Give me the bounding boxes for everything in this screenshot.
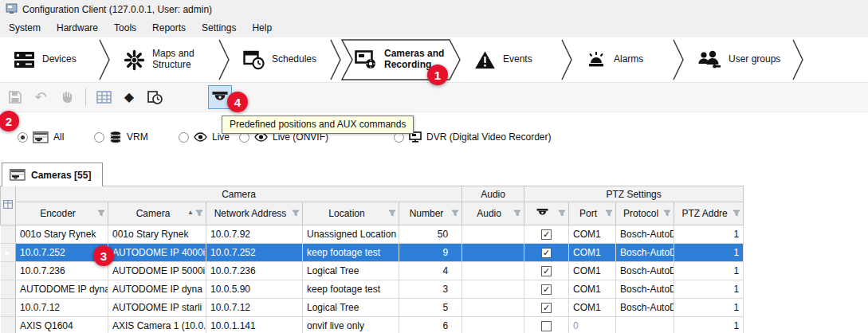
cell-ptz[interactable]: ✓ [524, 299, 569, 317]
cell-port[interactable]: COM1 [569, 262, 616, 280]
cell-number[interactable]: 9 [399, 244, 462, 262]
tab-events[interactable]: Events [461, 37, 572, 82]
table-row[interactable]: AXIS Q1604AXIS Camera 1 (10.0.10.0.1.141… [1, 317, 744, 333]
cell-ptz[interactable]: ✓ [524, 262, 569, 280]
cell-address[interactable]: 10.0.7.92 [206, 225, 303, 244]
cell-audio[interactable] [462, 299, 524, 317]
row-selector[interactable] [1, 299, 16, 317]
row-selector[interactable] [1, 262, 16, 280]
cell-camera[interactable]: AUTODOME IP 5000i [108, 262, 206, 280]
cell-number[interactable]: 50 [399, 225, 462, 244]
menu-tools[interactable]: Tools [106, 20, 144, 36]
cell-address[interactable]: 10.0.5.90 [206, 280, 303, 299]
cell-protocol[interactable]: Bosch-AutoDo [616, 225, 674, 244]
undo-button[interactable]: ↶ [29, 85, 53, 109]
table-row[interactable]: 001o Stary Rynek001o Stary Rynek10.0.7.9… [1, 225, 744, 244]
cell-audio[interactable] [462, 262, 524, 280]
row-selector[interactable] [1, 280, 16, 299]
cell-protocol[interactable]: Bosch-AutoDo [616, 280, 674, 299]
col-header-port[interactable]: Port [569, 202, 616, 225]
cell-ptz[interactable] [524, 317, 569, 333]
cell-ptz_address[interactable]: 1 [674, 299, 744, 317]
cell-ptz_address[interactable]: 1 [674, 262, 744, 280]
cell-camera[interactable]: AUTODOME IP dyna [108, 280, 206, 299]
col-header-location[interactable]: Location [303, 202, 399, 225]
filter-funnel-icon[interactable] [388, 210, 396, 217]
cell-encoder[interactable]: 10.0.7.12 [16, 299, 108, 317]
ptz-checkbox[interactable]: ✓ [541, 284, 552, 295]
menu-settings[interactable]: Settings [194, 20, 244, 36]
cell-audio[interactable] [462, 244, 524, 262]
col-header-number[interactable]: Number [399, 202, 462, 225]
filter-option-dvr[interactable]: DVR (Digital Video Recorder) [394, 127, 552, 147]
col-header-encoder[interactable]: Encoder [16, 202, 108, 225]
filter-funnel-icon[interactable] [558, 210, 566, 217]
filter-funnel-icon[interactable] [663, 210, 671, 217]
menu-reports[interactable]: Reports [144, 20, 194, 36]
cell-location[interactable]: keep footage test [303, 280, 399, 299]
cell-location[interactable]: onvif live only [303, 317, 399, 333]
ptz-checkbox[interactable]: ✓ [541, 266, 552, 276]
filter-funnel-icon[interactable] [97, 210, 105, 217]
cell-protocol[interactable]: Bosch-AutoDo [616, 244, 674, 262]
cell-protocol[interactable]: Bosch-AutoDo [616, 262, 674, 280]
cell-audio[interactable] [462, 225, 524, 244]
cell-location[interactable]: Logical Tree [303, 262, 399, 280]
cell-number[interactable]: 6 [399, 317, 462, 333]
cell-number[interactable]: 4 [399, 262, 462, 280]
cell-ptz[interactable]: ✓ [524, 225, 569, 244]
menu-system[interactable]: System [1, 20, 49, 36]
filter-funnel-icon[interactable] [451, 210, 459, 217]
cell-port[interactable]: 0 [569, 317, 616, 333]
col-header-ptz-address[interactable]: PTZ Addre [674, 202, 744, 225]
cell-location[interactable]: Unassigned Location [303, 225, 399, 244]
cell-ptz_address[interactable]: 1 [674, 244, 744, 262]
col-header-camera[interactable]: Camera▲ [108, 202, 206, 225]
menu-hardware[interactable]: Hardware [49, 20, 106, 36]
cell-ptz[interactable]: ✓ [524, 244, 569, 262]
menu-help[interactable]: Help [244, 20, 280, 36]
col-header-audio[interactable]: Audio [462, 202, 524, 225]
cell-location[interactable]: keep footage test [303, 244, 399, 262]
cell-address[interactable]: 10.0.7.236 [206, 262, 303, 280]
filter-funnel-icon[interactable] [292, 210, 300, 217]
radio-live[interactable] [179, 132, 189, 143]
filter-funnel-icon[interactable] [605, 210, 613, 217]
cell-encoder[interactable]: AUTODOME IP dyna [16, 280, 108, 299]
cell-ptz[interactable]: ✓ [524, 280, 569, 299]
col-header-ptz-enabled[interactable] [524, 202, 569, 225]
cell-encoder[interactable]: AXIS Q1604 [16, 317, 108, 333]
cell-camera[interactable]: AUTODOME IP starli [108, 299, 206, 317]
cell-ptz_address[interactable]: 1 [674, 280, 744, 299]
filter-option-vrm[interactable]: VRM [94, 127, 148, 147]
scheduled-recording-button[interactable] [143, 85, 167, 109]
row-selector[interactable]: ▶ [1, 244, 16, 262]
radio-vrm[interactable] [94, 132, 104, 143]
cell-camera[interactable]: AXIS Camera 1 (10.0. [108, 317, 206, 333]
filter-option-all[interactable]: All [18, 127, 64, 147]
row-selector[interactable] [1, 225, 16, 244]
cell-port[interactable]: COM1 [569, 244, 616, 262]
cell-audio[interactable] [462, 280, 524, 299]
table-row[interactable]: 10.0.7.12AUTODOME IP starli10.0.7.12Logi… [1, 299, 744, 317]
cell-number[interactable]: 5 [399, 299, 462, 317]
cell-audio[interactable] [462, 317, 524, 333]
ptz-checkbox[interactable]: ✓ [541, 303, 552, 313]
tab-alarms[interactable]: Alarms [572, 37, 684, 82]
ptz-checkbox[interactable]: ✓ [541, 248, 552, 258]
table-view-button[interactable] [92, 85, 116, 109]
ptz-checkbox[interactable]: ✓ [541, 229, 552, 240]
cell-port[interactable]: COM1 [569, 280, 616, 299]
table-row[interactable]: AUTODOME IP dynaAUTODOME IP dyna10.0.5.9… [1, 280, 744, 299]
cell-camera[interactable]: AUTODOME IP 4000i [108, 244, 206, 262]
filter-funnel-icon[interactable] [195, 210, 203, 217]
filter-funnel-icon[interactable] [513, 210, 521, 217]
cell-address[interactable]: 10.0.7.12 [206, 299, 303, 317]
tab-maps-and-structure[interactable]: Maps and Structure [110, 37, 230, 82]
tab-user-groups[interactable]: User groups [684, 37, 803, 82]
cell-port[interactable]: COM1 [569, 225, 616, 244]
cell-protocol[interactable]: Bosch-AutoDo [616, 299, 674, 317]
cell-address[interactable]: 10.0.1.141 [206, 317, 303, 333]
pan-button[interactable] [54, 85, 78, 109]
cell-encoder[interactable]: 10.0.7.236 [16, 262, 108, 280]
